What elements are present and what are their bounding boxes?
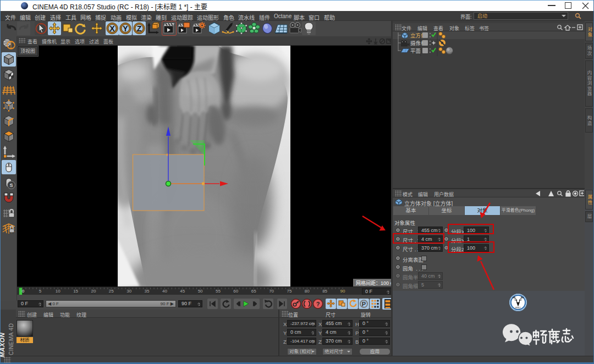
svg-text:S: S [9,183,13,188]
svg-text:35: 35 [145,289,150,294]
svg-text:X: X [109,24,115,33]
svg-text:30: 30 [127,289,131,294]
svg-text:50: 50 [198,289,203,294]
svg-text:70: 70 [269,289,274,294]
svg-text:0: 0 [22,289,25,294]
svg-text:?: ? [316,301,320,307]
svg-text:65: 65 [251,289,256,294]
svg-text:25: 25 [109,289,114,294]
svg-text:40: 40 [162,289,167,294]
svg-text:45: 45 [180,289,185,294]
svg-text:Z: Z [137,24,142,33]
svg-text:平面: 平面 [410,48,421,54]
svg-text:20: 20 [91,289,96,294]
svg-text:5: 5 [39,289,42,294]
svg-text:55: 55 [216,289,221,294]
svg-text:Y: Y [123,24,128,33]
svg-text:10: 10 [56,289,61,294]
svg-text:P: P [362,301,366,307]
svg-text:85: 85 [322,289,327,294]
svg-text:60: 60 [233,289,238,294]
svg-text:80: 80 [305,289,310,294]
svg-text:75: 75 [287,289,292,294]
svg-text:15: 15 [73,289,78,294]
svg-text:90: 90 [340,289,345,294]
